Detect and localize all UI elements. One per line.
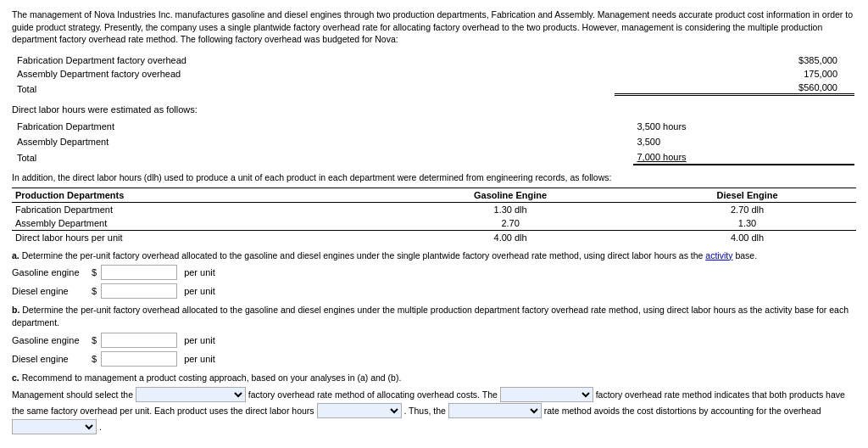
text2: factory overhead rate method of allocati…	[248, 389, 498, 400]
question-c-header: c. Recommend to management a product cos…	[12, 372, 856, 384]
prod-row-dept: Fabrication Department	[12, 202, 382, 216]
prod-col1-header: Production Departments	[12, 188, 382, 202]
labor-assembly-label: Assembly Department	[14, 135, 632, 148]
dropdown-labor-hours[interactable]: equallyunequallydifferently	[317, 403, 402, 418]
question-c-section: c. Recommend to management a product cos…	[12, 372, 856, 435]
question-b-text: b. Determine the per-unit factory overhe…	[12, 304, 856, 328]
question-c-body: Recommend to management a product costin…	[22, 372, 402, 383]
direct-labor-intro: Direct labor hours were estimated as fol…	[12, 104, 856, 115]
prod-row-gasoline: 2.70	[382, 216, 638, 231]
qa-gasoline-label: Gasoline engine	[12, 267, 88, 277]
intro-paragraph: The management of Nova Industries Inc. m…	[12, 8, 856, 46]
qa-gasoline-dollar: $	[92, 267, 97, 277]
qb-diesel-input[interactable]	[101, 351, 177, 367]
qa-gasoline-input[interactable]	[101, 265, 177, 280]
qa-diesel-label: Diesel engine	[12, 286, 88, 296]
prod-row-diesel: 1.30	[638, 216, 856, 231]
qb-gasoline-label: Gasoline engine	[12, 335, 88, 345]
overhead-total-label: Total	[14, 81, 613, 96]
prod-col3-header: Diesel Engine	[638, 188, 856, 202]
overhead-total-amount: $560,000	[615, 81, 854, 96]
labor-hours-table: Fabrication Department 3,500 hours Assem…	[12, 118, 856, 167]
dropdown-thus[interactable]: single plantwidemultiple production depa…	[448, 403, 542, 418]
period: .	[99, 422, 102, 432]
dropdown-indicates[interactable]: single plantwidemultiple production depa…	[500, 387, 593, 402]
dropdown-overhead[interactable]: equallyunequallydifferently	[12, 419, 97, 434]
question-b-label: b.	[12, 305, 19, 315]
labor-fabrication-label: Fabrication Department	[14, 120, 632, 133]
prod-row-diesel: 4.00 dlh	[638, 230, 856, 244]
labor-assembly-value: 3,500	[633, 135, 854, 148]
question-c-label: c.	[12, 372, 19, 383]
prod-row-dept: Assembly Department	[12, 216, 382, 231]
qb-diesel-label: Diesel engine	[12, 354, 88, 364]
question-a-label: a.	[12, 250, 19, 260]
overhead-table: Fabrication Department factory overhead …	[12, 53, 856, 98]
qa-diesel-per-unit: per unit	[184, 286, 215, 296]
question-a-diesel-row: Diesel engine $ per unit	[12, 283, 856, 299]
question-a-base: base.	[735, 250, 757, 260]
labor-total-value: 7,000 hours	[633, 150, 854, 165]
dropdown-select-method[interactable]: single plantwidemultiple production depa…	[136, 387, 246, 402]
qb-gasoline-per-unit: per unit	[184, 335, 215, 345]
question-a-gasoline-row: Gasoline engine $ per unit	[12, 265, 856, 280]
management-text: Management should select the	[12, 389, 133, 400]
activity-link: activity	[705, 250, 732, 260]
labor-total-label: Total	[14, 150, 632, 165]
qa-diesel-input[interactable]	[101, 283, 177, 299]
prod-row-dept: Direct labor hours per unit	[12, 230, 382, 244]
prod-col2-header: Gasoline Engine	[382, 188, 638, 202]
prod-row-gasoline: 4.00 dlh	[382, 230, 638, 244]
labor-fabrication-value: 3,500 hours	[633, 120, 854, 133]
qa-diesel-dollar: $	[92, 286, 97, 296]
fabrication-overhead-label: Fabrication Department factory overhead	[14, 54, 613, 66]
prod-row-gasoline: 1.30 dlh	[382, 202, 638, 216]
question-a-body: Determine the per-unit factory overhead …	[22, 250, 704, 260]
text5: rate method avoids the cost distortions …	[544, 406, 821, 416]
qa-gasoline-per-unit: per unit	[184, 267, 215, 277]
assembly-overhead-amount: 175,000	[615, 68, 854, 80]
prod-row-diesel: 2.70 dlh	[638, 202, 856, 216]
qb-diesel-dollar: $	[92, 354, 97, 364]
text4: . Thus, the	[403, 406, 445, 416]
fabrication-overhead-amount: $385,000	[615, 54, 854, 66]
qb-gasoline-input[interactable]	[101, 333, 177, 348]
recommend-line-1: Management should select the single plan…	[12, 387, 856, 435]
in-addition-text: In addition, the direct labor hours (dlh…	[12, 172, 856, 184]
qb-gasoline-dollar: $	[92, 335, 97, 345]
production-departments-table: Production Departments Gasoline Engine D…	[12, 188, 856, 244]
question-a-text: a. Determine the per-unit factory overhe…	[12, 249, 856, 262]
qb-diesel-per-unit: per unit	[184, 354, 215, 364]
question-b-diesel-row: Diesel engine $ per unit	[12, 351, 856, 367]
question-b-body: Determine the per-unit factory overhead …	[12, 305, 849, 328]
assembly-overhead-label: Assembly Department factory overhead	[14, 68, 613, 80]
question-b-gasoline-row: Gasoline engine $ per unit	[12, 333, 856, 348]
